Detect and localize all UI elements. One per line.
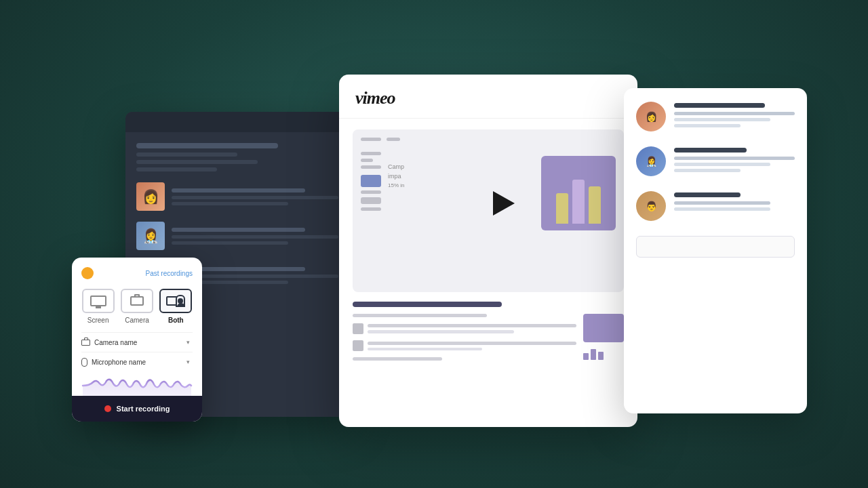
recording-widget-header: Past recordings — [81, 267, 193, 279]
audio-waveform — [81, 375, 193, 396]
mode-camera-label: Camera — [125, 317, 149, 324]
vimeo-header: vimeo — [339, 75, 637, 119]
camera-select-icon — [81, 340, 90, 346]
chart-area — [541, 156, 616, 230]
camera-icon — [130, 296, 144, 306]
user-row-3: 👨 — [636, 191, 795, 221]
user-lines-1 — [674, 102, 795, 127]
bar-2 — [572, 180, 585, 224]
right-panel: 👩 👩‍⚕️ 👨 — [624, 88, 807, 413]
mode-screen-label: Screen — [87, 317, 109, 324]
microphone-chevron-icon: ▾ — [183, 357, 193, 367]
user-avatar-1: 👩 — [636, 102, 666, 131]
start-recording-button[interactable]: Start recording — [72, 396, 202, 422]
mode-camera[interactable]: Camera — [120, 289, 153, 324]
progress-bar — [353, 302, 502, 307]
user-row-2: 👩‍⚕️ — [636, 146, 795, 176]
mode-camera-box — [121, 289, 153, 313]
back-avatar-1: 👩 — [136, 182, 165, 211]
bar-1 — [556, 193, 568, 224]
recording-widget: Past recordings Screen Camera — [72, 258, 202, 422]
microphone-select-label: Microphone name — [81, 358, 146, 367]
video-caption: Campimpa15% in — [388, 163, 404, 190]
play-triangle — [493, 191, 515, 216]
camera-chevron-icon: ▾ — [183, 338, 193, 347]
recording-modes: Screen Camera Both — [81, 289, 193, 324]
user-avatar-3: 👨 — [636, 191, 666, 221]
mode-both-label: Both — [168, 317, 184, 324]
mode-both-box — [159, 289, 192, 313]
microphone-icon — [81, 358, 87, 367]
back-avatar-2: 👩‍⚕️ — [136, 222, 165, 250]
rec-dot-icon — [104, 405, 111, 412]
user-lines-2 — [674, 146, 795, 172]
user-row-1: 👩 — [636, 102, 795, 131]
mode-screen[interactable]: Screen — [81, 289, 115, 324]
user-lines-3 — [674, 191, 795, 214]
user-avatar-2: 👩‍⚕️ — [636, 146, 666, 176]
both-icon — [166, 295, 185, 307]
camera-select-row[interactable]: Camera name ▾ — [81, 332, 193, 352]
past-recordings-link[interactable]: Past recordings — [146, 270, 193, 277]
vimeo-panel: vimeo — [339, 75, 637, 427]
play-button[interactable] — [485, 186, 519, 220]
screen-icon — [90, 296, 106, 306]
bar-3 — [589, 186, 601, 224]
vimeo-inner-screen: Campimpa15% in — [353, 129, 624, 292]
vimeo-sub-content — [353, 314, 624, 361]
microphone-select-row[interactable]: Microphone name ▾ — [81, 352, 193, 371]
mode-both[interactable]: Both — [159, 289, 193, 324]
recording-indicator — [81, 267, 94, 279]
right-panel-input[interactable] — [636, 236, 795, 258]
camera-select-label: Camera name — [81, 339, 137, 346]
vimeo-logo: vimeo — [355, 88, 621, 108]
mode-screen-box — [82, 289, 115, 313]
sub-chart-thumb — [583, 314, 624, 342]
